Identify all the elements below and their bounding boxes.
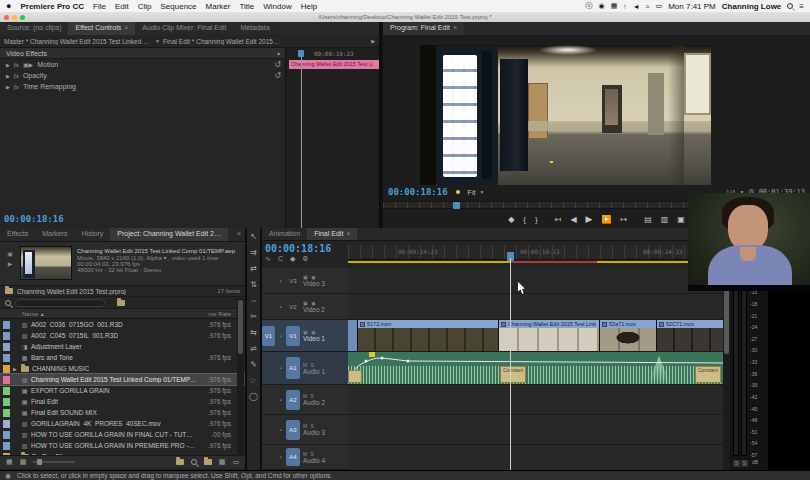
tab-source[interactable]: Source: (no clips) xyxy=(0,22,68,35)
master-clip-name[interactable]: Master * Channing Wallet Edit 2015 Test … xyxy=(4,38,152,45)
find-icon[interactable] xyxy=(191,459,197,465)
screen-record-icon[interactable]: Ⓥ xyxy=(586,1,593,11)
track-header-v2[interactable]: ▪ V2 ▣ ◉Video 2 xyxy=(262,294,348,320)
rolling-edit-tool[interactable]: ⇅ xyxy=(247,276,260,292)
project-item[interactable]: ▦EXPORT GORILLA GRAIN.976 fps xyxy=(0,385,245,396)
menu-title[interactable]: Title xyxy=(239,2,254,11)
effect-row-time-remapping[interactable]: ▶fx Time Remapping xyxy=(0,81,285,92)
track-header-a1[interactable]: ▪ A1 M SAudio 1 xyxy=(262,352,348,385)
column-name[interactable]: Name ▲ xyxy=(22,311,45,317)
track-header-a2[interactable]: ▪ A2 M SAudio 2 xyxy=(262,385,348,415)
project-item-bin[interactable]: ▶CHANNING MUSIC xyxy=(0,363,245,374)
track-header-a3[interactable]: ▪ A3 M SAudio 3 xyxy=(262,415,348,445)
search-input[interactable] xyxy=(15,299,105,307)
window-titlebar[interactable]: /Users/channing/Desktop/Channing Wallet … xyxy=(0,12,810,22)
effect-row-opacity[interactable]: ▶fx Opacity ↺ xyxy=(0,70,285,81)
go-to-in-button[interactable]: ↤ xyxy=(555,215,562,224)
step-forward-button[interactable]: ▶️ xyxy=(601,215,611,224)
go-to-out-button[interactable]: ↦ xyxy=(620,215,627,224)
add-marker-button[interactable]: ◆ xyxy=(290,255,295,263)
volume-icon[interactable]: ◄ xyxy=(633,3,640,10)
track-patch-v2[interactable]: V2 xyxy=(286,299,300,315)
tab-effects[interactable]: Effects xyxy=(0,228,35,241)
track-lane-a2[interactable] xyxy=(348,385,730,415)
crossfade-constant-power[interactable]: Constant xyxy=(695,366,721,383)
project-item[interactable]: ▥HOW TO USE GORILLA GRAIN IN FINAL CUT -… xyxy=(0,429,245,440)
tab-animation-sequence[interactable]: Animation xyxy=(262,228,307,240)
tab-audio-clip-mixer[interactable]: Audio Clip Mixer: Final Edit xyxy=(135,22,233,35)
tab-program[interactable]: Program: Final Edit× xyxy=(383,22,464,35)
app-menu[interactable]: Premiere Pro CC xyxy=(20,2,84,11)
icon-view-button[interactable]: ▩ xyxy=(20,458,27,466)
project-item[interactable]: ▥A002_C036_0715GO_001.R3D.976 fps xyxy=(0,319,245,330)
track-patch-a2[interactable]: A2 xyxy=(286,390,300,410)
project-item[interactable]: ▦Final Edit SOUND MIX.976 fps xyxy=(0,407,245,418)
chevron-down-icon[interactable]: ▼ xyxy=(479,189,484,195)
track-header-v3[interactable]: ▪ V3 ▣ ◉Video 3 xyxy=(262,268,348,294)
program-timecode[interactable]: 00:00:18:16 xyxy=(388,187,448,197)
project-item[interactable]: ◨Adjustment Layer xyxy=(0,341,245,352)
menu-window[interactable]: Window xyxy=(263,2,291,11)
menu-sequence[interactable]: Sequence xyxy=(161,2,197,11)
audio-clip[interactable]: Constant Constant xyxy=(348,352,730,384)
clip-channing-wallet[interactable]: Channing Wallet Edit 2015 Test Link xyxy=(499,320,600,351)
track-lane-a1[interactable]: Constant Constant xyxy=(348,352,730,385)
track-lane-v3[interactable] xyxy=(348,268,730,294)
menu-help[interactable]: Help xyxy=(301,2,317,11)
rate-stretch-tool[interactable]: ⇔ xyxy=(247,292,260,308)
razor-tool[interactable]: ✂ xyxy=(247,308,260,324)
project-scrollbar[interactable] xyxy=(237,298,244,456)
solo-button[interactable]: S xyxy=(741,460,748,467)
linked-selection-toggle[interactable]: C xyxy=(278,255,283,263)
clip-5172[interactable]: 5172.mov xyxy=(358,320,499,351)
timeline-ruler[interactable]: 00:00:14:23 00:00:19:23 00:00:24:23 xyxy=(348,245,730,260)
track-lane-a3[interactable] xyxy=(348,415,730,445)
notification-center-icon[interactable]: ≡ xyxy=(799,2,804,11)
upload-icon[interactable]: ↑ xyxy=(623,3,627,10)
program-video-frame[interactable] xyxy=(420,45,711,185)
zoom-slider[interactable] xyxy=(33,461,75,463)
mark-in-button[interactable]: { xyxy=(523,215,526,224)
effect-row-motion[interactable]: ▶fx ▣▶ Motion ↺ xyxy=(0,59,285,70)
mark-out-button[interactable]: } xyxy=(535,215,538,224)
project-item[interactable]: ▩Bars and Tone.976 fps xyxy=(0,352,245,363)
reset-effect-icon[interactable]: ↺ xyxy=(274,60,281,69)
track-patch-v3[interactable]: V3 xyxy=(286,273,300,289)
effect-controls-timecode[interactable]: 00:00:18:16 xyxy=(4,214,64,224)
track-header-v1[interactable]: V1 ▪ V1 ▣ ◉Video 1 xyxy=(262,320,348,352)
slide-tool[interactable]: ⇌ xyxy=(247,340,260,356)
timeline-settings-wrench-icon[interactable]: ⚙ xyxy=(302,255,308,263)
new-item-button[interactable]: ▩ xyxy=(219,458,226,466)
step-back-button[interactable]: ◀ xyxy=(570,215,576,224)
pen-tool[interactable]: ✎ xyxy=(247,356,260,372)
tab-metadata[interactable]: Metadata xyxy=(233,22,276,35)
poster-frame-icon[interactable]: ▣ xyxy=(7,250,13,257)
apple-icon[interactable]: ● xyxy=(6,1,11,11)
extract-button[interactable]: ▥ xyxy=(661,215,669,224)
menu-marker[interactable]: Marker xyxy=(206,2,231,11)
track-patch-a4[interactable]: A4 xyxy=(286,448,300,466)
project-item[interactable]: ▥A002_C045_0715IL_001.R3D.976 fps xyxy=(0,330,245,341)
clip-sliver[interactable] xyxy=(348,320,358,351)
scrollbar-thumb[interactable] xyxy=(238,300,243,354)
track-patch-a1[interactable]: A1 xyxy=(286,357,300,379)
crossfade-constant-power[interactable]: Constant xyxy=(500,366,526,383)
tab-effect-controls[interactable]: Effect Controls× xyxy=(68,22,135,35)
display-icon[interactable]: ▦ xyxy=(611,2,618,10)
program-playhead-marker[interactable] xyxy=(453,202,460,209)
spotlight-icon[interactable] xyxy=(787,2,793,11)
zoom-tool[interactable]: ◯ xyxy=(247,388,260,404)
camera-status-icon[interactable]: ◉ xyxy=(599,2,605,10)
slip-tool[interactable]: ⇆ xyxy=(247,324,260,340)
battery-icon[interactable]: ▭ xyxy=(656,2,663,10)
project-item[interactable]: ▦Final Edit.976 fps xyxy=(0,396,245,407)
chevron-down-icon[interactable]: ▼ xyxy=(155,38,160,44)
track-patch-v1[interactable]: V1 xyxy=(286,326,300,346)
sequence-clip-name[interactable]: Final Edit * Channing Wallet Edit 2015 T… xyxy=(163,38,281,45)
play-button[interactable]: ▶ xyxy=(586,214,593,224)
in-bin-icon[interactable] xyxy=(117,300,125,306)
bin-path-row[interactable]: Channing Wallet Edit 2015 Test.prproj 17… xyxy=(0,286,245,297)
effect-controls-mini-timeline[interactable]: 00:00:19:23 Channing Wallet Edit 2015 Te… xyxy=(285,48,381,228)
preview-thumbnail[interactable] xyxy=(20,246,72,280)
audio-fade-in[interactable] xyxy=(348,370,362,383)
